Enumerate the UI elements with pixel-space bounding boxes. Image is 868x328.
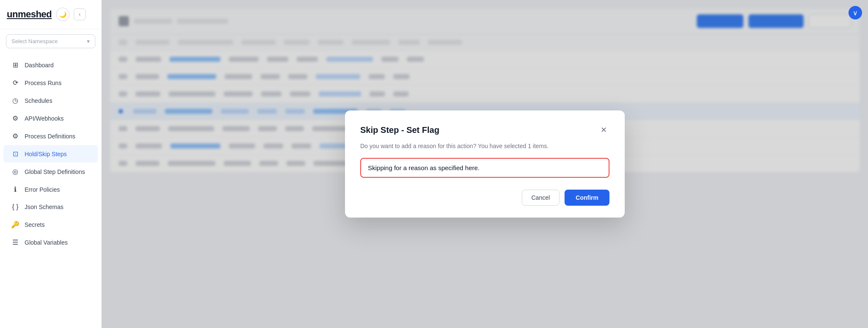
modal-title: Skip Step - Set Flag xyxy=(360,125,440,135)
json-schemas-icon: { } xyxy=(11,203,19,211)
theme-toggle-button[interactable]: 🌙 xyxy=(56,8,70,21)
sidebar-item-label: Process Definitions xyxy=(25,133,75,140)
secrets-icon: 🔑 xyxy=(11,221,19,229)
reason-input[interactable] xyxy=(360,158,609,178)
sidebar-item-process-definitions[interactable]: ⚙ Process Definitions xyxy=(3,127,98,145)
sidebar-item-label: API/Webhooks xyxy=(25,115,64,122)
process-definitions-icon: ⚙ xyxy=(11,132,19,140)
sidebar-item-label: Schedules xyxy=(25,97,52,104)
sidebar-item-label: Error Policies xyxy=(25,186,60,193)
sidebar-item-label: Hold/Skip Steps xyxy=(25,151,67,157)
sidebar-item-global-step-definitions[interactable]: ◎ Global Step Definitions xyxy=(3,163,98,180)
sidebar-item-label: Json Schemas xyxy=(25,204,64,210)
sidebar-collapse-button[interactable]: ‹ xyxy=(74,8,86,20)
sidebar-item-dashboard[interactable]: ⊞ Dashboard xyxy=(3,56,98,74)
chevron-down-icon: ▾ xyxy=(87,38,90,44)
sidebar-header: unmeshed 🌙 ‹ xyxy=(0,0,101,29)
global-step-icon: ◎ xyxy=(11,168,19,176)
app-logo: unmeshed xyxy=(7,9,52,20)
confirm-button[interactable]: Confirm xyxy=(565,190,609,206)
modal-header: Skip Step - Set Flag ✕ xyxy=(360,124,609,136)
hold-skip-icon: ⊡ xyxy=(11,150,19,158)
nav-menu: ⊞ Dashboard ⟳ Process Runs ◷ Schedules ⚙… xyxy=(0,53,101,328)
sidebar-item-hold-skip-steps[interactable]: ⊡ Hold/Skip Steps xyxy=(3,145,98,163)
modal-close-button[interactable]: ✕ xyxy=(598,124,609,136)
api-webhooks-icon: ⚙ xyxy=(11,114,19,122)
sidebar-item-process-runs[interactable]: ⟳ Process Runs xyxy=(3,74,98,91)
sidebar-item-label: Dashboard xyxy=(25,62,54,69)
cancel-button[interactable]: Cancel xyxy=(522,190,560,206)
modal-description: Do you want to add a reason for this act… xyxy=(360,143,609,149)
sidebar-item-schedules[interactable]: ◷ Schedules xyxy=(3,92,98,109)
process-runs-icon: ⟳ xyxy=(11,79,19,87)
corner-expand-icon[interactable]: ∨ xyxy=(849,6,862,19)
modal-actions: Cancel Confirm xyxy=(360,190,609,206)
sidebar-item-secrets[interactable]: 🔑 Secrets xyxy=(3,216,98,233)
sidebar-item-json-schemas[interactable]: { } Json Schemas xyxy=(3,198,98,215)
namespace-selector[interactable]: Select Namespace ▾ xyxy=(6,34,95,48)
sidebar-item-label: Global Step Definitions xyxy=(25,168,85,175)
sidebar-item-label: Process Runs xyxy=(25,80,61,86)
sidebar-item-global-variables[interactable]: ☰ Global Variables xyxy=(3,234,98,251)
main-content: Skip Step - Set Flag ✕ Do you want to ad… xyxy=(102,0,868,328)
schedules-icon: ◷ xyxy=(11,96,19,105)
dashboard-icon: ⊞ xyxy=(11,61,19,69)
sidebar-item-error-policies[interactable]: ℹ Error Policies xyxy=(3,181,98,198)
global-variables-icon: ☰ xyxy=(11,238,19,246)
sidebar-item-api-webhooks[interactable]: ⚙ API/Webhooks xyxy=(3,110,98,127)
sidebar: unmeshed 🌙 ‹ Select Namespace ▾ ⊞ Dashbo… xyxy=(0,0,102,328)
sidebar-item-label: Global Variables xyxy=(25,239,68,246)
error-policies-icon: ℹ xyxy=(11,185,19,193)
skip-step-modal: Skip Step - Set Flag ✕ Do you want to ad… xyxy=(345,110,625,218)
modal-overlay: Skip Step - Set Flag ✕ Do you want to ad… xyxy=(102,0,868,328)
sidebar-item-label: Secrets xyxy=(25,221,45,228)
namespace-placeholder: Select Namespace xyxy=(11,38,58,44)
